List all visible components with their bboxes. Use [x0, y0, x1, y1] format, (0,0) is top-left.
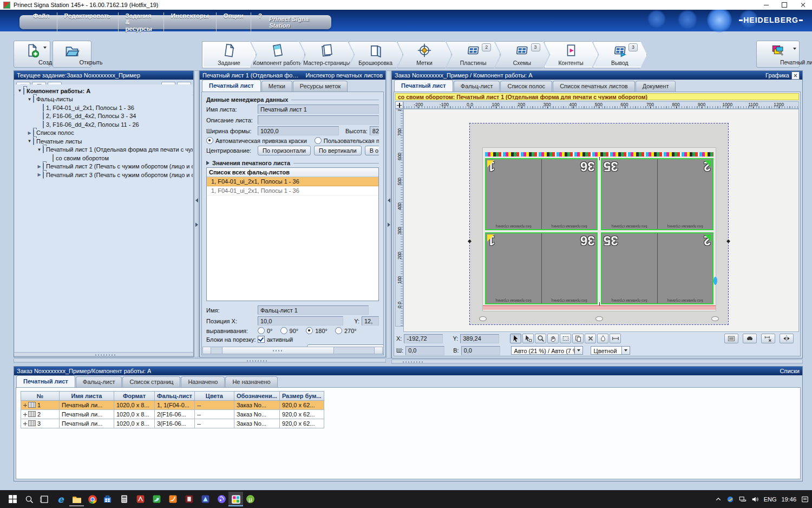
tree-collapsed-icon[interactable]: ▶ — [36, 164, 42, 169]
binoculars-button[interactable] — [743, 334, 757, 343]
tree-expanded-icon[interactable]: ▼ — [27, 139, 32, 144]
chrome-taskbar-button[interactable] — [85, 492, 100, 506]
job-panel-splitter[interactable] — [14, 353, 193, 357]
foldsheet-list-row[interactable]: 1, F04-01_ui_2x1, Полосы 1 - 36 — [207, 186, 378, 196]
x-input[interactable] — [404, 334, 443, 343]
color-mode-dropdown-icon[interactable] — [622, 346, 630, 355]
open-button[interactable]: Открыть — [53, 41, 91, 68]
tree-expanded-icon[interactable]: ▼ — [27, 97, 32, 102]
inkzone-tool-button[interactable] — [597, 334, 608, 343]
prinect-taskbar-button[interactable] — [228, 492, 243, 506]
table-column-header[interactable]: № — [21, 392, 60, 401]
menu-item-2[interactable]: Редактировать — [57, 12, 119, 32]
language-indicator[interactable]: ENG — [764, 496, 777, 503]
sheet-tool-button[interactable]: Печатный лист — [756, 41, 800, 68]
tree-item[interactable]: ▶Список полос — [16, 129, 192, 138]
horizontal-splitter[interactable] — [14, 359, 386, 363]
select-tool-button[interactable] — [510, 334, 521, 343]
table-column-header[interactable]: Имя листа — [60, 392, 114, 401]
table-column-header[interactable]: Формат — [114, 392, 155, 401]
row-expander-icon[interactable] — [23, 422, 27, 426]
workflow-step-4[interactable]: Брошюровка — [349, 41, 403, 68]
inspector-tab-2[interactable]: Метки — [261, 81, 292, 92]
horizontal-splitter[interactable] — [391, 360, 803, 364]
explorer-taskbar-button[interactable] — [69, 492, 84, 506]
menu-item-1[interactable]: Файл — [26, 12, 57, 32]
sheet-page[interactable]: 36Без привязки страниц — [541, 159, 597, 229]
form-width-input[interactable] — [258, 126, 339, 135]
network-icon[interactable] — [739, 496, 746, 503]
task-view-taskbar-button[interactable] — [37, 492, 51, 506]
scroll-thumb[interactable] — [222, 347, 334, 354]
marquee-tool-button[interactable] — [560, 334, 571, 343]
drag-handle[interactable] — [713, 277, 717, 285]
inspector-tab-1[interactable]: Печатный лист — [202, 80, 261, 92]
sheet-description-input[interactable] — [258, 115, 379, 125]
tree-collapsed-icon[interactable]: ▶ — [36, 172, 42, 177]
table-column-header[interactable]: Цвета — [194, 392, 234, 401]
app-blue-taskbar-button[interactable] — [198, 492, 213, 506]
fold-sheet-group[interactable]: 1Без привязки страниц36Без привязки стра… — [485, 232, 598, 304]
start-taskbar-button[interactable] — [5, 492, 20, 506]
lists-tab-1[interactable]: Печатный лист — [16, 375, 75, 387]
lists-tab-5[interactable]: Не назначено — [225, 376, 277, 387]
close-button[interactable] — [794, 0, 812, 10]
rotation-option-90°[interactable]: 90° — [280, 327, 299, 334]
tray-chevron-icon[interactable] — [715, 496, 722, 503]
inspector-hscrollbar[interactable] — [202, 347, 383, 354]
height-input[interactable] — [461, 346, 500, 355]
tree-item[interactable]: ▼Фальц-листы — [16, 95, 192, 104]
tree-item[interactable]: 3, F16-06_dd_4x2, Полосы 11 - 26 — [16, 120, 192, 129]
direct-select-tool-button[interactable] — [522, 334, 534, 343]
sheet-page[interactable]: 35Без привязки страниц — [602, 233, 657, 303]
right-splitter[interactable] — [387, 70, 391, 359]
centering-button-1[interactable]: По горизонтали — [258, 146, 311, 155]
table-row[interactable]: 2Печатный ли...1020,0 x 8...2(F16-06...-… — [21, 410, 324, 419]
create-dropdown-icon[interactable] — [43, 47, 47, 49]
tree-collapsed-icon[interactable]: ▶ — [27, 131, 32, 135]
table-column-header[interactable]: Фальц-лист — [155, 392, 195, 401]
preview-button[interactable] — [724, 334, 738, 343]
fold-sheet-group[interactable]: 35Без привязки страниц2Без привязки стра… — [601, 158, 713, 230]
tree-item[interactable]: 2, F16-06_dd_4x2, Полосы 3 - 34 — [16, 112, 192, 121]
table-column-header[interactable]: Обозначени... — [234, 392, 279, 401]
tree-expanded-icon[interactable]: ▼ — [17, 88, 23, 93]
centering-button-2[interactable]: По вертикали — [314, 146, 362, 155]
sheet-page[interactable]: 2Без привязки страниц — [657, 159, 713, 229]
menu-item-3[interactable]: Задания & ресурсы — [119, 12, 164, 32]
splitter-arrow-right-icon[interactable] — [195, 223, 198, 227]
viber-taskbar-button[interactable] — [214, 492, 229, 506]
rotation-option-0°[interactable]: 0° — [258, 327, 273, 334]
measure-tool-button[interactable] — [610, 334, 621, 343]
table-row[interactable]: 3Печатный ли...1020,0 x 8...3(F16-06...-… — [21, 419, 324, 428]
inspector-tab-3[interactable]: Ресурсы меток — [293, 81, 348, 92]
workflow-step-9[interactable]: 3Вывод — [593, 41, 647, 68]
rotation-radio[interactable] — [306, 327, 313, 334]
color-mode-combo[interactable]: Цветной — [591, 346, 630, 355]
measure-x-button[interactable] — [761, 334, 775, 343]
table-column-header[interactable]: Размер бум... — [279, 392, 324, 401]
zoom-combo[interactable]: Авто (21 %) / Авто (7 %) — [511, 346, 583, 355]
tree-item[interactable]: 1, F04-01_ui_2x1, Полосы 1 - 36 — [16, 103, 192, 112]
rotation-radio[interactable] — [280, 327, 287, 334]
workflow-step-1[interactable]: Задание — [202, 41, 256, 68]
layout-canvas[interactable]: 1Без привязки страниц36Без привязки стра… — [403, 109, 799, 332]
zoom-tool-button[interactable] — [535, 334, 546, 343]
sheet-page[interactable]: 36Без привязки страниц — [541, 233, 597, 303]
scroll-left-button[interactable] — [203, 347, 211, 354]
splitter-arrow-left-icon[interactable] — [388, 198, 390, 203]
row-expander-icon[interactable] — [23, 413, 27, 416]
panel-close-button[interactable] — [791, 71, 800, 80]
edge-taskbar-button[interactable]: e — [53, 492, 68, 506]
menu-item-4[interactable]: Инспекторы — [164, 12, 217, 32]
width-input[interactable] — [405, 346, 444, 355]
splitter-arrow-right-icon[interactable] — [388, 223, 390, 227]
workflow-step-5[interactable]: Метки — [397, 41, 451, 68]
menu-item-5[interactable]: Опции — [217, 12, 251, 32]
search-taskbar-button[interactable] — [22, 492, 36, 506]
paper-sheet[interactable]: 1Без привязки страниц36Без привязки стра… — [482, 147, 716, 311]
sheet-page[interactable]: 35Без привязки страниц — [602, 159, 657, 229]
rotation-option-270°[interactable]: 270° — [335, 327, 357, 334]
workflow-step-8[interactable]: Контенты — [544, 41, 598, 68]
position-y-input[interactable] — [362, 316, 379, 325]
